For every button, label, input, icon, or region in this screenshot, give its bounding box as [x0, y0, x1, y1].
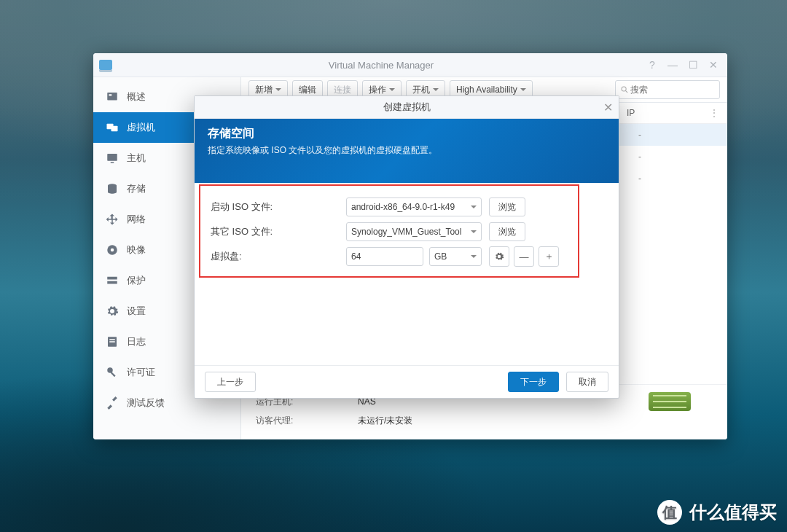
sidebar-item-label: 设置: [127, 305, 146, 318]
sidebar-item-label: 保护: [127, 274, 146, 287]
search-input[interactable]: [615, 80, 720, 99]
window-title: Virtual Machine Manager: [118, 60, 644, 71]
banner-subtitle: 指定系统映像或 ISO 文件以及您的虚拟机的虚拟硬盘配置。: [208, 144, 606, 157]
svg-rect-10: [107, 281, 117, 284]
svg-rect-12: [109, 339, 115, 340]
dialog-banner: 存储空间 指定系统映像或 ISO 文件以及您的虚拟机的虚拟硬盘配置。: [195, 119, 619, 183]
gear-icon: [105, 304, 120, 318]
svg-rect-0: [107, 93, 117, 101]
svg-point-8: [111, 249, 114, 252]
help-icon[interactable]: ?: [644, 58, 660, 71]
sidebar-item-label: 主机: [127, 152, 146, 165]
dialog-footer: 上一步 下一步 取消: [195, 365, 619, 398]
row-vdisk: 虚拟盘: GB — ＋: [211, 246, 603, 267]
close-icon[interactable]: ✕: [603, 101, 613, 114]
browse-button[interactable]: 浏览: [489, 197, 525, 216]
titlebar: Virtual Machine Manager ? — ☐ ✕: [93, 53, 727, 77]
sidebar-item-label: 映像: [127, 243, 146, 257]
vdisk-add-button[interactable]: ＋: [539, 246, 559, 267]
row-other-iso: 其它 ISO 文件: Synology_VMM_Guest_Tool 浏览: [211, 221, 603, 243]
svg-line-17: [626, 91, 628, 93]
dialog-form: 启动 ISO 文件: android-x86_64-9.0-r1-k49 浏览 …: [195, 183, 619, 365]
svg-rect-4: [107, 154, 117, 161]
svg-rect-15: [111, 372, 116, 377]
sidebar-item-label: 概述: [127, 90, 146, 103]
vdisk-settings-button[interactable]: [489, 246, 509, 267]
watermark-badge-icon: 值: [657, 500, 682, 525]
create-vm-dialog: 创建虚拟机 ✕ 存储空间 指定系统映像或 ISO 文件以及您的虚拟机的虚拟硬盘配…: [194, 95, 619, 399]
key-icon: [105, 365, 120, 380]
browse-button[interactable]: 浏览: [489, 222, 525, 241]
close-icon[interactable]: ✕: [705, 58, 721, 71]
banner-title: 存储空间: [208, 126, 606, 141]
detail-row-agent: 访客代理: 未运行/未安装: [256, 411, 713, 430]
vdisk-unit-select[interactable]: GB: [429, 247, 482, 266]
caret-icon: [471, 230, 477, 236]
svg-rect-3: [111, 126, 118, 132]
sidebar-item-label: 存储: [127, 182, 146, 195]
protect-icon: [105, 273, 120, 288]
caret-icon: [520, 88, 526, 94]
vdisk-remove-button[interactable]: —: [514, 246, 534, 267]
svg-rect-1: [109, 94, 112, 95]
vdisk-size-input[interactable]: [346, 247, 423, 266]
search-icon: [620, 85, 629, 95]
cancel-button[interactable]: 取消: [566, 372, 608, 392]
minimize-icon[interactable]: —: [665, 58, 681, 71]
columns-menu-icon[interactable]: ⋮: [710, 108, 719, 118]
caret-icon: [471, 255, 477, 261]
tools-icon: [105, 396, 120, 410]
svg-rect-9: [107, 277, 117, 280]
sidebar-item-label: 测试反馈: [127, 396, 165, 410]
caret-icon: [471, 206, 477, 211]
boot-iso-select[interactable]: android-x86_64-9.0-r1-k49: [346, 197, 482, 216]
sidebar-item-label: 许可证: [127, 366, 155, 379]
other-iso-select[interactable]: Synology_VMM_Guest_Tool: [346, 222, 482, 241]
sidebar-item-label: 网络: [127, 213, 146, 226]
col-ip[interactable]: IP: [627, 108, 707, 118]
caret-icon: [389, 88, 395, 94]
svg-rect-5: [111, 162, 114, 163]
dialog-title: 创建虚拟机 ✕: [195, 96, 619, 119]
overview-icon: [105, 90, 120, 104]
network-icon: [105, 212, 120, 227]
row-boot-iso: 启动 ISO 文件: android-x86_64-9.0-r1-k49 浏览: [211, 196, 603, 218]
caret-icon: [433, 88, 439, 94]
host-icon: [105, 151, 120, 165]
vm-icon: [105, 120, 120, 135]
app-icon: [99, 60, 112, 70]
watermark: 值 什么值得买: [657, 500, 777, 525]
svg-rect-13: [109, 341, 115, 343]
ram-chip-icon: [649, 392, 691, 411]
image-icon: [105, 243, 120, 257]
next-button[interactable]: 下一步: [508, 372, 559, 392]
sidebar-item-label: 虚拟机: [127, 121, 155, 134]
prev-button[interactable]: 上一步: [205, 372, 256, 392]
maximize-icon[interactable]: ☐: [685, 58, 701, 71]
sidebar-item-label: 日志: [127, 335, 146, 348]
caret-icon: [275, 88, 281, 94]
svg-point-16: [622, 87, 626, 91]
log-icon: [105, 335, 120, 349]
gear-icon: [494, 251, 504, 262]
window-controls: ? — ☐ ✕: [644, 58, 721, 71]
storage-icon: [105, 181, 120, 196]
